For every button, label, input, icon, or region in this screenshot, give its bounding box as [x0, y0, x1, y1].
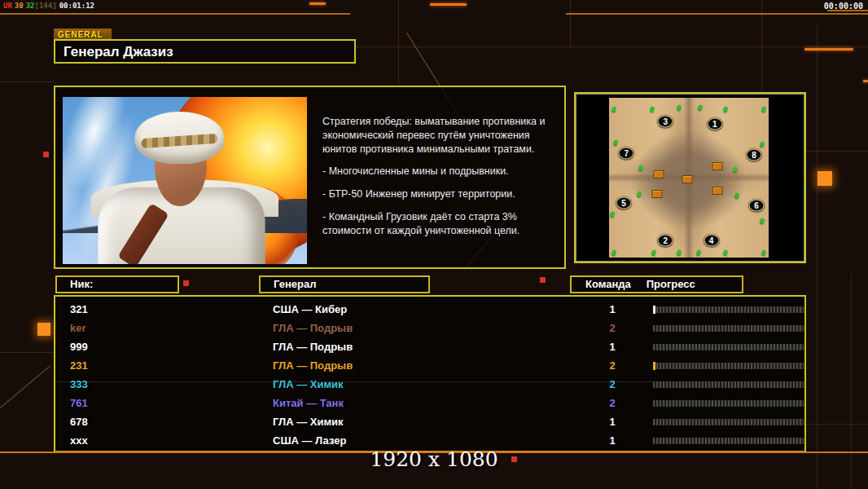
- spawn-marker: 7: [619, 148, 634, 160]
- strategy-bullet-2: - БТР-50 Инженер минирует территории.: [322, 187, 560, 201]
- building-marker: [651, 190, 662, 198]
- building-marker: [712, 162, 723, 170]
- player-general: Китай — Танк: [273, 397, 344, 409]
- player-row: 321США — Кибер1: [55, 300, 804, 319]
- player-progress-bar: [653, 325, 804, 332]
- frame-cap-value: [144]: [35, 2, 57, 10]
- player-team: 1: [603, 341, 622, 353]
- figure-turban: [134, 112, 224, 164]
- spawn-marker: 1: [707, 117, 722, 130]
- minimap-panel: 31785624: [574, 92, 806, 263]
- player-rows: 321США — Кибер1kerГЛА — Подрыв2999ГЛА — …: [55, 300, 804, 450]
- spawn-marker: 6: [748, 199, 764, 211]
- spawn-marker: 8: [746, 149, 761, 161]
- render-value: 32: [26, 2, 35, 10]
- fps-label: UR: [3, 2, 12, 10]
- spawn-marker: 2: [658, 235, 673, 247]
- supply-dot: [638, 165, 643, 171]
- player-general: ГЛА — Подрыв: [273, 322, 353, 334]
- supply-dot: [651, 249, 656, 256]
- supply-dot: [612, 106, 616, 112]
- player-row: kerГЛА — Подрыв2: [55, 319, 804, 337]
- player-progress-bar: [653, 344, 804, 350]
- player-nick: xxx: [70, 434, 88, 447]
- player-nick: 321: [70, 303, 88, 315]
- fps-counter: UR3032[144]00:01:12: [3, 2, 97, 10]
- player-nick: 231: [70, 359, 88, 372]
- header-team-progress: Команда Прогресс: [570, 275, 743, 293]
- player-general: США — Лазер: [273, 434, 346, 447]
- player-nick: 761: [70, 397, 88, 409]
- player-general: ГЛА — Химик: [273, 416, 344, 428]
- supply-dot: [761, 249, 766, 256]
- player-progress-bar: [653, 363, 804, 369]
- players-table: 321США — Кибер1kerГЛА — Подрыв2999ГЛА — …: [54, 295, 806, 452]
- player-progress-bar: [653, 419, 804, 425]
- strategy-description: Стратегия победы: выматывание противника…: [322, 115, 560, 246]
- player-team: 2: [603, 322, 622, 334]
- player-row: 999ГЛА — Подрыв1: [55, 337, 804, 356]
- header-nick: Ник:: [55, 275, 179, 293]
- player-row: 678ГЛА — Химик1: [55, 412, 804, 431]
- building-marker: [712, 187, 723, 195]
- strategy-bullet-3: - Командный Грузовик даёт со старта 3% с…: [322, 210, 560, 238]
- player-team: 1: [603, 434, 622, 447]
- supply-dot: [723, 249, 728, 256]
- player-row: 333ГЛА — Химик2: [55, 375, 804, 394]
- player-nick: 333: [70, 378, 88, 390]
- player-nick: ker: [70, 322, 86, 334]
- spawn-marker: 4: [704, 235, 719, 247]
- session-timer: 00:01:12: [59, 2, 94, 10]
- player-progress-bar: [653, 381, 804, 388]
- general-name-title: Генерал Джазиз: [54, 39, 356, 64]
- supply-dot: [760, 141, 765, 148]
- header-general: Генерал: [259, 275, 430, 293]
- supply-dot: [761, 106, 766, 112]
- fps-value: 30: [15, 2, 24, 10]
- strategy-bullet-1: - Многочисленные мины и подрывники.: [322, 165, 560, 178]
- supply-dot: [677, 249, 682, 256]
- player-general: ГЛА — Подрыв: [273, 359, 353, 372]
- player-general: ГЛА — Химик: [273, 378, 344, 390]
- supply-dot: [698, 104, 703, 111]
- player-team: 1: [603, 416, 622, 428]
- player-row: 761Китай — Танк2: [55, 394, 804, 412]
- building-marker: [653, 170, 664, 178]
- minimap-image: 31785624: [609, 98, 769, 258]
- supply-dot: [733, 166, 738, 173]
- player-nick: 678: [70, 416, 88, 428]
- supply-dot: [734, 192, 739, 199]
- supply-dot: [723, 106, 728, 112]
- supply-dot: [610, 211, 615, 218]
- header-progress: Прогресс: [647, 277, 695, 292]
- supply-dot: [637, 191, 642, 197]
- supply-dot: [677, 104, 682, 111]
- player-team: 2: [603, 359, 622, 372]
- header-team: Команда: [585, 277, 631, 292]
- general-portrait: [63, 97, 307, 264]
- player-team: 2: [603, 378, 622, 390]
- progress-cursor: [653, 306, 655, 314]
- progress-cursor: [653, 362, 655, 370]
- player-row: 231ГЛА — Подрыв2: [55, 356, 804, 375]
- player-general: ГЛА — Подрыв: [273, 341, 353, 353]
- spawn-marker: 3: [658, 115, 673, 127]
- building-marker: [682, 175, 693, 183]
- spawn-marker: 5: [616, 196, 632, 209]
- supply-dot: [650, 106, 655, 112]
- player-team: 2: [603, 397, 622, 409]
- player-progress-bar: [653, 438, 804, 444]
- player-general: США — Кибер: [273, 303, 347, 315]
- supply-dot: [613, 139, 618, 146]
- supply-dot: [612, 249, 616, 256]
- strategy-paragraph: Стратегия победы: выматывание противника…: [322, 115, 560, 156]
- player-nick: 999: [70, 341, 88, 353]
- resolution-label: 1920 x 1080: [0, 447, 868, 471]
- player-progress-bar: [653, 400, 804, 407]
- general-tab-label: GENERAL: [54, 29, 112, 39]
- player-progress-bar: [653, 306, 804, 313]
- supply-dot: [696, 249, 701, 256]
- general-info-panel: Стратегия победы: выматывание противника…: [54, 86, 566, 269]
- match-timer: 00:00:00: [824, 2, 863, 11]
- supply-dot: [760, 218, 765, 224]
